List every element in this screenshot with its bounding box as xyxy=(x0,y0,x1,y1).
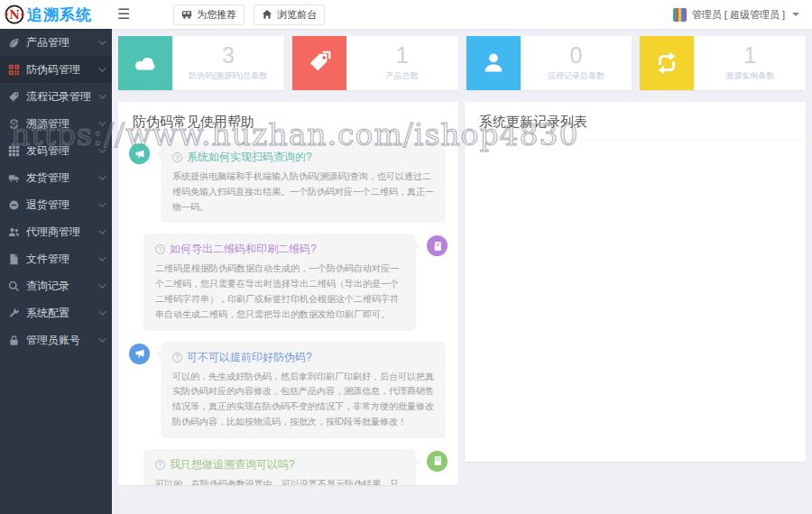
sidebar-item-label: 管理员账号 xyxy=(26,333,92,348)
stat-body: 0 流程记录总条数 xyxy=(521,36,632,90)
sidebar-item-label: 发货管理 xyxy=(26,170,92,186)
stat-value: 1 xyxy=(396,44,409,67)
truck-icon xyxy=(8,172,20,184)
sidebar-item-label: 发码管理 xyxy=(26,143,92,159)
chevron-down-icon xyxy=(98,145,106,152)
sidebar-item-label: 系统配置 xyxy=(26,306,92,321)
tag-icon xyxy=(8,91,20,103)
grid-icon xyxy=(8,145,20,157)
chevron-down-icon xyxy=(98,199,106,207)
chevron-down-icon xyxy=(98,226,106,234)
sidebar-item-returns[interactable]: 退货管理 xyxy=(0,191,112,218)
sidebar-item-label: 流程记录管理 xyxy=(26,89,92,105)
update-panel-title: 系统更新记录列表 xyxy=(465,102,806,141)
stat-card-codes-total[interactable]: 3 防伪码(溯源码)总条数 xyxy=(118,36,284,90)
question-circle-icon xyxy=(155,460,165,470)
user-icon xyxy=(466,36,521,90)
stat-card-products-total[interactable]: 1 产品总数 xyxy=(292,36,458,90)
book-icon xyxy=(427,451,448,472)
sidebar-item-label: 退货管理 xyxy=(26,197,92,213)
faq-item: 如何导出二维码和印刷二维码? 二维码是根据防伪码数据自动生成的，一个防伪码自动对… xyxy=(129,234,448,330)
users-icon xyxy=(8,226,20,238)
stat-value: 1 xyxy=(743,44,756,67)
app-logo[interactable]: N 追溯系统 xyxy=(0,5,112,25)
main-content: 3 防伪码(溯源码)总条数 1 产品总数 0 流程记录总 xyxy=(112,29,812,514)
faq-box: 我只想做追溯查询可以吗? 可以的，在防伪码参数设置中，可以设置不显示防伪结果，只… xyxy=(143,449,416,485)
sidebar-item-process-records[interactable]: 流程记录管理 xyxy=(0,83,112,110)
question-circle-icon xyxy=(172,353,182,363)
sidebar-item-anticounterfeit-codes[interactable]: 防伪码管理 xyxy=(0,56,112,83)
svg-text:N: N xyxy=(9,8,20,22)
chevron-down-icon xyxy=(98,172,106,179)
stat-card-process-records-total[interactable]: 0 流程记录总条数 xyxy=(466,36,632,90)
chevron-down-icon xyxy=(98,253,106,261)
sidebar-item-files[interactable]: 文件管理 xyxy=(0,245,112,272)
menu-toggle-icon[interactable]: ☰ xyxy=(117,7,130,22)
faq-question: 系统如何实现扫码查询的? xyxy=(172,150,434,165)
recommend-label: 为您推荐 xyxy=(197,8,236,22)
update-records-panel: 系统更新记录列表 xyxy=(465,102,806,462)
bus-icon xyxy=(181,9,192,20)
top-header: N 追溯系统 ☰ 为您推荐 浏览前台 管理员 [ 超级管理员 ] xyxy=(0,0,812,29)
lock-icon xyxy=(8,335,20,346)
sidebar-item-label: 防伪码管理 xyxy=(26,62,92,78)
leaf-icon xyxy=(8,37,20,49)
sidebar-item-agents[interactable]: 代理商管理 xyxy=(0,218,112,245)
sidebar-item-system-settings[interactable]: 系统配置 xyxy=(0,299,112,326)
wrench-icon xyxy=(8,307,20,319)
stat-body: 3 防伪码(溯源码)总条数 xyxy=(172,36,284,90)
chevron-down-icon xyxy=(98,307,106,315)
recommend-button[interactable]: 为您推荐 xyxy=(173,5,245,25)
question-circle-icon xyxy=(172,152,182,162)
chevron-down-icon xyxy=(98,280,106,288)
help-panel: 防伪码常见使用帮助 系统如何实现扫码查询的? 系统提供电脑端和手机端输入防伪码(… xyxy=(118,102,458,485)
sidebar-item-label: 溯源管理 xyxy=(26,116,92,132)
stat-label: 流程记录总条数 xyxy=(548,70,604,82)
caret-down-icon xyxy=(792,13,799,16)
stat-body: 1 产品总数 xyxy=(346,36,458,90)
user-label: 管理员 [ 超级管理员 ] xyxy=(692,8,785,22)
faq-question: 可不可以提前印好防伪码? xyxy=(172,350,434,365)
question-circle-icon xyxy=(155,244,165,254)
recycle-icon xyxy=(8,118,20,130)
help-panel-title: 防伪码常见使用帮助 xyxy=(118,102,458,140)
megaphone-icon xyxy=(129,143,150,164)
header-nav: 为您推荐 浏览前台 xyxy=(173,5,325,25)
user-menu[interactable]: 管理员 [ 超级管理员 ] xyxy=(673,8,812,22)
chevron-down-icon xyxy=(98,335,106,342)
book-icon xyxy=(427,235,448,256)
cloud-icon xyxy=(118,36,172,90)
faq-box: 如何导出二维码和印刷二维码? 二维码是根据防伪码数据自动生成的，一个防伪码自动对… xyxy=(143,234,416,330)
sidebar-item-products[interactable]: 产品管理 xyxy=(0,29,112,56)
search-icon xyxy=(8,280,20,292)
view-frontend-label: 浏览前台 xyxy=(277,8,317,22)
faq-answer: 可以的，在防伪码参数设置中，可以设置不显示防伪结果，只显示溯源内容。用户通过查询… xyxy=(155,477,404,485)
faq-box: 系统如何实现扫码查询的? 系统提供电脑端和手机端输入防伪码(溯源码)查询，也可以… xyxy=(161,142,446,223)
sidebar-item-label: 产品管理 xyxy=(26,35,92,50)
faq-answer: 系统提供电脑端和手机端输入防伪码(溯源码)查询，也可以通过二维码免输入扫码直接出… xyxy=(172,170,434,215)
avatar xyxy=(673,8,687,22)
sidebar-item-shipping[interactable]: 发货管理 xyxy=(0,164,112,191)
stat-cards-row: 3 防伪码(溯源码)总条数 1 产品总数 0 流程记录总 xyxy=(118,36,806,90)
stat-card-trace-instances[interactable]: 1 溯源实例条数 xyxy=(640,36,806,90)
faq-list: 系统如何实现扫码查询的? 系统提供电脑端和手机端输入防伪码(溯源码)查询，也可以… xyxy=(118,140,458,485)
refresh-icon xyxy=(640,36,694,90)
faq-item: 可不可以提前印好防伪码? 可以的，先生成好防伪码，然后拿到印刷厂印刷好，后台可以… xyxy=(129,342,448,438)
home-icon xyxy=(262,9,272,20)
chevron-down-icon xyxy=(98,118,106,125)
stat-label: 溯源实例条数 xyxy=(725,70,774,82)
sidebar-item-label: 代理商管理 xyxy=(26,225,92,240)
view-frontend-button[interactable]: 浏览前台 xyxy=(254,5,325,25)
stat-label: 防伪码(溯源码)总条数 xyxy=(189,70,267,82)
sidebar-item-query-records[interactable]: 查询记录 xyxy=(0,272,112,299)
faq-answer: 二维码是根据防伪码数据自动生成的，一个防伪码自动对应一个二维码，您只需要在导出时… xyxy=(155,262,404,322)
sidebar-item-admin-accounts[interactable]: 管理员账号 xyxy=(0,326,112,353)
chevron-down-icon xyxy=(98,37,106,44)
return-icon xyxy=(8,199,20,211)
stat-body: 1 溯源实例条数 xyxy=(694,36,806,90)
faq-item: 系统如何实现扫码查询的? 系统提供电脑端和手机端输入防伪码(溯源码)查询，也可以… xyxy=(129,142,448,223)
sidebar-item-code-issuing[interactable]: 发码管理 xyxy=(0,137,112,164)
faq-answer: 可以的，先生成好防伪码，然后拿到印刷厂印刷好，后台可以把真实防伪码对应的内容修改… xyxy=(172,370,434,430)
chevron-down-icon xyxy=(98,91,106,98)
sidebar-item-traceability[interactable]: 溯源管理 xyxy=(0,110,112,137)
